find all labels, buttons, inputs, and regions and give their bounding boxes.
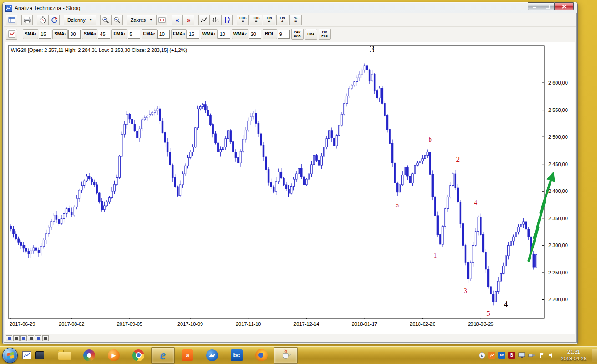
indicator-bol-button[interactable]: BOL bbox=[263, 29, 277, 39]
svg-text:2 450,00: 2 450,00 bbox=[548, 162, 568, 167]
taskbar-app-firefox[interactable] bbox=[249, 347, 273, 364]
indicator-ema2: EMA210 bbox=[142, 29, 170, 39]
app-icon bbox=[5, 5, 12, 12]
indicator-ema2-input[interactable]: 10 bbox=[157, 30, 170, 39]
refresh-icon bbox=[51, 16, 58, 24]
taskbar: ▶eabc ▴bcB 21:31 2018-04-26 bbox=[0, 346, 597, 364]
svg-text:4: 4 bbox=[504, 299, 508, 309]
candlestick-chart[interactable]: 2 200,002 250,002 300,002 350,002 400,00… bbox=[5, 42, 575, 334]
date-range-icon bbox=[158, 16, 166, 24]
zoom-in-icon bbox=[102, 16, 109, 24]
chart-table-button[interactable] bbox=[6, 15, 17, 25]
auto-refresh-timer-button[interactable] bbox=[37, 15, 48, 25]
scale-log-button-1[interactable]: LOG≡ bbox=[237, 15, 249, 25]
scale-lin-button-4[interactable]: LIN≠ bbox=[276, 15, 288, 25]
zoom-out-button[interactable] bbox=[111, 15, 123, 25]
minimize-button[interactable] bbox=[528, 2, 541, 10]
clock-time: 21:31 bbox=[561, 349, 587, 355]
zoom-in-button[interactable] bbox=[100, 15, 111, 25]
scale-buttons-group: LOG≡LOG≡LIN≠LIN≠%≡ bbox=[237, 15, 303, 25]
scale-pct-button-5[interactable]: %≡ bbox=[289, 15, 302, 25]
volume-icon[interactable] bbox=[548, 352, 556, 359]
line-chart-type-button[interactable] bbox=[198, 15, 210, 25]
show-desktop-button[interactable] bbox=[592, 349, 597, 362]
ohlc-chart-type-button[interactable] bbox=[210, 15, 221, 25]
period-dropdown[interactable]: Dzienny▼ bbox=[64, 15, 96, 25]
chevron-down-icon: ▼ bbox=[149, 18, 152, 21]
chart-panel[interactable]: WIG20 [Open: 2 257,11 High: 2 284,31 Low… bbox=[5, 42, 575, 334]
svg-text:2018-02-20: 2018-02-20 bbox=[410, 321, 435, 327]
table-icon bbox=[8, 16, 15, 24]
double-right-icon: » bbox=[187, 17, 191, 23]
desktop: Analiza Techniczna - Stooq Dzienny▼ bbox=[0, 0, 597, 364]
indicator-wma1-button[interactable]: WMA1 bbox=[201, 29, 218, 39]
taskbar-app-java-app[interactable] bbox=[274, 347, 298, 364]
candle-chart-type-button[interactable] bbox=[221, 15, 233, 25]
dma-button[interactable]: DMA bbox=[305, 29, 317, 40]
indicator-sma3-input[interactable]: 45 bbox=[98, 30, 110, 39]
start-button[interactable] bbox=[2, 348, 18, 363]
indicator-sma2-button[interactable]: SMA2 bbox=[52, 29, 68, 39]
indicator-sma1-input[interactable]: 15 bbox=[39, 30, 51, 39]
indicator-sma2-input[interactable]: 30 bbox=[68, 30, 81, 39]
display-settings-icon[interactable] bbox=[518, 352, 526, 359]
indicator-bol-input[interactable]: 9 bbox=[278, 30, 290, 39]
indicator-ema3-input[interactable]: 15 bbox=[187, 30, 199, 39]
indicator-wma1-input[interactable]: 10 bbox=[218, 30, 230, 39]
scroll-right-button[interactable]: » bbox=[183, 15, 194, 25]
taskbar-app-google-chrome[interactable] bbox=[126, 347, 150, 364]
bankier-b-icon[interactable]: B bbox=[508, 352, 516, 359]
save-icon[interactable] bbox=[6, 335, 12, 341]
svg-text:2 600,00: 2 600,00 bbox=[548, 80, 568, 86]
bc-tray-icon[interactable]: bc bbox=[498, 352, 506, 359]
refresh-button[interactable] bbox=[48, 15, 60, 25]
taskbar-app-internet-explorer[interactable]: e bbox=[151, 347, 175, 364]
taskbar-app-windows-explorer[interactable] bbox=[53, 347, 76, 364]
scale-lin-button-3[interactable]: LIN≠ bbox=[263, 15, 275, 25]
quick-launch-app-icon[interactable] bbox=[34, 349, 46, 362]
print-button[interactable] bbox=[21, 15, 33, 25]
hidden-icons-icon[interactable]: ▴ bbox=[478, 352, 486, 359]
print-icon[interactable] bbox=[42, 335, 49, 341]
titlebar[interactable]: Analiza Techniczna - Stooq bbox=[4, 3, 577, 13]
date-range-button[interactable] bbox=[156, 15, 167, 25]
candle-chart-icon[interactable] bbox=[20, 335, 27, 341]
svg-text:2 300,00: 2 300,00 bbox=[548, 243, 568, 248]
usb-device-icon[interactable] bbox=[528, 352, 536, 359]
indicator-sma3-button[interactable]: SMA3 bbox=[82, 29, 97, 39]
grid-icon[interactable] bbox=[35, 335, 41, 341]
indicator-ema3-button[interactable]: EMA3 bbox=[171, 29, 187, 39]
taskbar-app-allegro[interactable]: a bbox=[176, 347, 199, 364]
close-button[interactable] bbox=[554, 2, 574, 10]
indicator-wma2-input[interactable]: 20 bbox=[249, 30, 261, 39]
par-sar-button[interactable]: PARSAR bbox=[291, 29, 304, 40]
indicator-sma1-button[interactable]: SMA1 bbox=[23, 29, 38, 39]
indicator-wma2-button[interactable]: WMA2 bbox=[232, 29, 248, 39]
taskbar-app-messenger[interactable] bbox=[200, 347, 224, 364]
maximize-button[interactable] bbox=[541, 2, 554, 10]
indicator-ema1-input[interactable]: 5 bbox=[128, 30, 140, 39]
taskbar-clock[interactable]: 21:31 2018-04-26 bbox=[561, 349, 587, 362]
stooq-tray-icon[interactable] bbox=[488, 352, 496, 359]
svg-text:4: 4 bbox=[474, 199, 477, 206]
line-chart-icon[interactable] bbox=[13, 335, 20, 341]
indicator-wma1: WMA110 bbox=[201, 29, 230, 39]
indicator-ema1-button[interactable]: EMA1 bbox=[111, 29, 127, 39]
taskbar-app-bankier-bc[interactable]: bc bbox=[225, 347, 248, 364]
indicator-ema2-button[interactable]: EMA2 bbox=[142, 29, 157, 39]
scale-icon[interactable] bbox=[28, 335, 34, 341]
ohlc-bars-icon bbox=[212, 16, 219, 24]
quick-launch-chart-icon[interactable] bbox=[21, 349, 33, 362]
taskbar-app-picasa[interactable] bbox=[77, 347, 101, 364]
chart-header: WIG20 [Open: 2 257,11 High: 2 284,31 Low… bbox=[11, 47, 187, 53]
window-title: Analiza Techniczna - Stooq bbox=[15, 5, 81, 11]
piv-pts-button[interactable]: PIVPTS bbox=[319, 29, 331, 40]
scroll-left-button[interactable]: « bbox=[172, 15, 183, 25]
range-dropdown[interactable]: Zakres▼ bbox=[127, 15, 157, 25]
scale-log-button-2[interactable]: LOG≡ bbox=[250, 15, 262, 25]
svg-text:2 350,00: 2 350,00 bbox=[548, 216, 568, 221]
main-toolbar: Dzienny▼ Zakres▼ « » LOG≡LOG≡LIN≠LIN≠%≡ bbox=[4, 13, 576, 27]
taskbar-app-media-player[interactable]: ▶ bbox=[102, 347, 126, 364]
action-center-flag-icon[interactable] bbox=[538, 352, 546, 359]
chart-settings-button[interactable] bbox=[6, 29, 17, 40]
